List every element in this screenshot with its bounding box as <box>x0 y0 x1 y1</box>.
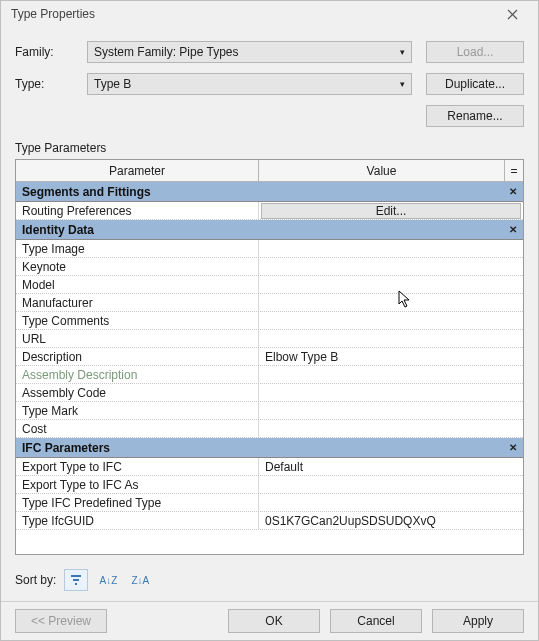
param-value[interactable]: 0S1K7GCan2UupSDSUDQXvQ <box>259 512 523 529</box>
family-label: Family: <box>15 45 79 59</box>
param-label: Type IFC Predefined Type <box>16 494 259 511</box>
family-value: System Family: Pipe Types <box>94 45 400 59</box>
sort-filter-button[interactable] <box>64 569 88 591</box>
param-value[interactable] <box>259 384 523 401</box>
param-value[interactable] <box>259 312 523 329</box>
group-label: IFC Parameters <box>22 441 509 455</box>
type-dropdown[interactable]: Type B ▾ <box>87 73 412 95</box>
group-ifc-parameters[interactable]: IFC Parameters ✕ <box>16 438 523 458</box>
param-label: Model <box>16 276 259 293</box>
type-row: Type: Type B ▾ Duplicate... <box>15 73 524 95</box>
param-label: Assembly Description <box>16 366 259 383</box>
type-label: Type: <box>15 77 79 91</box>
grid-header: Parameter Value = <box>16 160 523 182</box>
sort-by-row: Sort by: A↓Z Z↓A <box>15 569 524 591</box>
sort-za-icon: Z↓A <box>131 575 149 586</box>
close-icon <box>507 9 518 20</box>
row-export-type-to-ifc-as[interactable]: Export Type to IFC As <box>16 476 523 494</box>
dialog-content: Family: System Family: Pipe Types ▾ Load… <box>1 27 538 601</box>
row-description[interactable]: Description Elbow Type B <box>16 348 523 366</box>
col-parameter[interactable]: Parameter <box>16 160 259 181</box>
sort-az-button[interactable]: A↓Z <box>96 569 120 591</box>
param-value[interactable] <box>259 258 523 275</box>
row-export-type-to-ifc[interactable]: Export Type to IFC Default <box>16 458 523 476</box>
param-label: Type Comments <box>16 312 259 329</box>
parameters-grid: Parameter Value = Segments and Fittings … <box>15 159 524 555</box>
col-value[interactable]: Value <box>259 160 505 181</box>
svg-rect-4 <box>75 583 77 585</box>
param-label: Export Type to IFC As <box>16 476 259 493</box>
param-value[interactable] <box>259 402 523 419</box>
group-label: Segments and Fittings <box>22 185 509 199</box>
row-cost[interactable]: Cost <box>16 420 523 438</box>
row-model[interactable]: Model <box>16 276 523 294</box>
param-label: Export Type to IFC <box>16 458 259 475</box>
ok-button[interactable]: OK <box>228 609 320 633</box>
sort-az-icon: A↓Z <box>99 575 117 586</box>
param-value[interactable] <box>259 494 523 511</box>
group-identity-data[interactable]: Identity Data ✕ <box>16 220 523 240</box>
family-dropdown[interactable]: System Family: Pipe Types ▾ <box>87 41 412 63</box>
window-title: Type Properties <box>11 7 492 21</box>
grid-body: Segments and Fittings ✕ Routing Preferen… <box>16 182 523 554</box>
filter-icon <box>69 573 83 587</box>
type-parameters-label: Type Parameters <box>15 141 524 155</box>
title-bar: Type Properties <box>1 1 538 27</box>
edit-button[interactable]: Edit... <box>261 203 521 219</box>
close-button[interactable] <box>492 1 532 27</box>
param-value[interactable] <box>259 240 523 257</box>
row-routing-preferences[interactable]: Routing Preferences Edit... <box>16 202 523 220</box>
row-type-image[interactable]: Type Image <box>16 240 523 258</box>
svg-rect-3 <box>73 579 79 581</box>
family-row: Family: System Family: Pipe Types ▾ Load… <box>15 41 524 63</box>
chevron-down-icon: ▾ <box>400 79 405 89</box>
rename-row: Rename... <box>15 105 524 127</box>
row-keynote[interactable]: Keynote <box>16 258 523 276</box>
param-value[interactable]: Default <box>259 458 523 475</box>
param-value[interactable] <box>259 330 523 347</box>
row-manufacturer[interactable]: Manufacturer <box>16 294 523 312</box>
sort-by-label: Sort by: <box>15 573 56 587</box>
group-label: Identity Data <box>22 223 509 237</box>
param-value <box>259 366 523 383</box>
type-value: Type B <box>94 77 400 91</box>
param-label: Description <box>16 348 259 365</box>
row-type-comments[interactable]: Type Comments <box>16 312 523 330</box>
param-value[interactable] <box>259 420 523 437</box>
param-label: Type IfcGUID <box>16 512 259 529</box>
row-assembly-code[interactable]: Assembly Code <box>16 384 523 402</box>
bottom-bar: << Preview OK Cancel Apply <box>1 601 538 640</box>
type-properties-dialog: Type Properties Family: System Family: P… <box>0 0 539 641</box>
param-label: Type Mark <box>16 402 259 419</box>
row-assembly-description[interactable]: Assembly Description <box>16 366 523 384</box>
apply-button[interactable]: Apply <box>432 609 524 633</box>
param-label: URL <box>16 330 259 347</box>
sort-za-button[interactable]: Z↓A <box>128 569 152 591</box>
param-value[interactable] <box>259 476 523 493</box>
collapse-icon: ✕ <box>509 224 517 235</box>
param-value[interactable]: Elbow Type B <box>259 348 523 365</box>
row-type-ifc-predefined-type[interactable]: Type IFC Predefined Type <box>16 494 523 512</box>
row-type-mark[interactable]: Type Mark <box>16 402 523 420</box>
collapse-icon: ✕ <box>509 442 517 453</box>
param-label: Type Image <box>16 240 259 257</box>
row-type-ifcguid[interactable]: Type IfcGUID 0S1K7GCan2UupSDSUDQXvQ <box>16 512 523 530</box>
cancel-button[interactable]: Cancel <box>330 609 422 633</box>
collapse-icon: ✕ <box>509 186 517 197</box>
col-equals[interactable]: = <box>505 160 523 181</box>
rename-button[interactable]: Rename... <box>426 105 524 127</box>
param-label: Keynote <box>16 258 259 275</box>
duplicate-button[interactable]: Duplicate... <box>426 73 524 95</box>
preview-button[interactable]: << Preview <box>15 609 107 633</box>
param-value[interactable] <box>259 294 523 311</box>
param-value[interactable] <box>259 276 523 293</box>
svg-rect-2 <box>71 575 81 577</box>
param-label: Assembly Code <box>16 384 259 401</box>
load-button: Load... <box>426 41 524 63</box>
row-url[interactable]: URL <box>16 330 523 348</box>
group-segments-and-fittings[interactable]: Segments and Fittings ✕ <box>16 182 523 202</box>
param-label: Manufacturer <box>16 294 259 311</box>
chevron-down-icon: ▾ <box>400 47 405 57</box>
param-label: Cost <box>16 420 259 437</box>
param-label: Routing Preferences <box>16 202 259 219</box>
